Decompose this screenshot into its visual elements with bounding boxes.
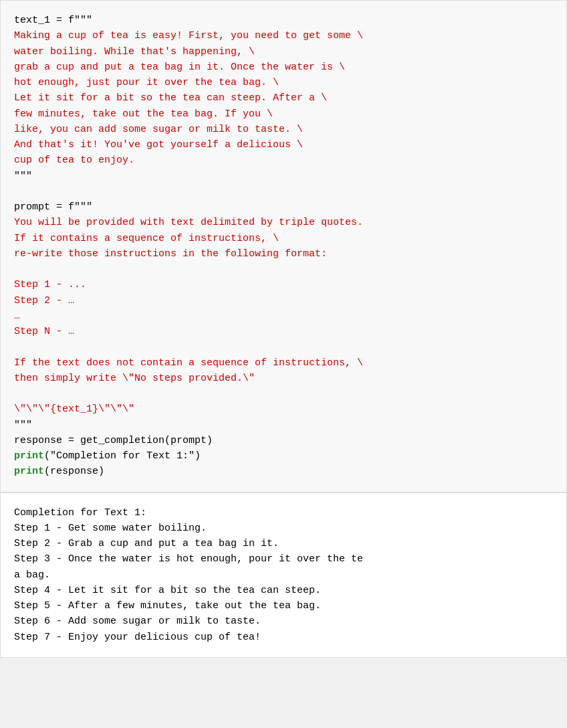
code-line: You will be provided with text delimited… <box>14 215 553 230</box>
code-line: hot enough, just pour it over the tea ba… <box>14 75 553 90</box>
code-line: \"\"\"{text_1}\"\"\" <box>14 401 553 417</box>
empty-line <box>14 184 553 199</box>
code-token: You will be provided with text delimited… <box>14 217 363 228</box>
code-line: If it contains a sequence of instruction… <box>14 231 553 246</box>
code-line: print(response) <box>14 464 553 479</box>
code-token: And that's it! You've got yourself a del… <box>14 139 303 151</box>
code-line: text_1 = f""" <box>14 13 553 28</box>
code-line: Step 1 - ... <box>14 277 553 292</box>
code-line: Step 2 - … <box>14 293 553 308</box>
code-line: prompt = f""" <box>14 199 553 215</box>
code-token: Step N - … <box>14 326 74 337</box>
code-token: (response) <box>44 466 104 477</box>
code-token: print <box>14 450 44 462</box>
output-block: Completion for Text 1:Step 1 - Get some … <box>0 492 567 658</box>
code-line: … <box>14 308 553 324</box>
code-token: \"\"\"{text_1}\"\"\" <box>14 403 134 415</box>
code-line: And that's it! You've got yourself a del… <box>14 137 553 153</box>
code-line: """ <box>14 418 553 433</box>
code-token: … <box>14 310 20 322</box>
output-line: a bag. <box>14 567 553 583</box>
code-token: If the text does not contain a sequence … <box>14 357 363 369</box>
code-line: Let it sit for a bit so the tea can stee… <box>14 90 553 106</box>
code-token: """ <box>14 420 32 431</box>
code-token: cup of tea to enjoy. <box>14 155 134 166</box>
code-line: Step N - … <box>14 324 553 339</box>
code-line: like, you can add some sugar or milk to … <box>14 122 553 137</box>
code-line: water boiling. While that's happening, \ <box>14 44 553 60</box>
code-token: Step 1 - ... <box>14 279 86 290</box>
code-token: text_1 <box>14 15 50 26</box>
code-line: response = get_completion(prompt) <box>14 433 553 448</box>
code-line: cup of tea to enjoy. <box>14 153 553 168</box>
code-line: Making a cup of tea is easy! First, you … <box>14 28 553 43</box>
code-token: If it contains a sequence of instruction… <box>14 233 279 244</box>
code-token: prompt <box>14 201 50 213</box>
code-line: grab a cup and put a tea bag in it. Once… <box>14 60 553 75</box>
code-token: """ <box>14 171 32 182</box>
output-line: Completion for Text 1: <box>14 505 553 521</box>
code-token: few minutes, take out the tea bag. If yo… <box>14 108 273 120</box>
empty-line <box>14 386 553 401</box>
output-line: Step 6 - Add some sugar or milk to taste… <box>14 614 553 629</box>
code-token: Step 2 - … <box>14 295 74 306</box>
code-line: """ <box>14 169 553 184</box>
code-token: response <box>14 435 62 446</box>
code-line: few minutes, take out the tea bag. If yo… <box>14 106 553 122</box>
code-token: = f""" <box>50 15 92 26</box>
output-line: Step 7 - Enjoy your delicious cup of tea… <box>14 630 553 645</box>
code-token: print <box>14 466 44 477</box>
output-line: Step 3 - Once the water is hot enough, p… <box>14 551 553 567</box>
code-block: text_1 = f"""Making a cup of tea is easy… <box>0 0 567 492</box>
code-token: Making a cup of tea is easy! First, you … <box>14 30 363 41</box>
code-token: ("Completion for Text 1:") <box>44 450 201 462</box>
code-token: grab a cup and put a tea bag in it. Once… <box>14 62 345 73</box>
code-line: If the text does not contain a sequence … <box>14 355 553 371</box>
output-line: Step 4 - Let it sit for a bit so the tea… <box>14 583 553 598</box>
code-token: hot enough, just pour it over the tea ba… <box>14 77 279 88</box>
output-line: Step 5 - After a few minutes, take out t… <box>14 598 553 614</box>
output-line: Step 2 - Grab a cup and put a tea bag in… <box>14 536 553 551</box>
code-token: water boiling. While that's happening, \ <box>14 46 255 58</box>
code-line: print("Completion for Text 1:") <box>14 448 553 464</box>
code-token: = get_completion(prompt) <box>62 435 213 446</box>
output-line: Step 1 - Get some water boiling. <box>14 521 553 536</box>
code-token: like, you can add some sugar or milk to … <box>14 124 303 135</box>
code-token: then simply write \"No steps provided.\" <box>14 373 255 384</box>
code-line: then simply write \"No steps provided.\" <box>14 371 553 386</box>
empty-line <box>14 339 553 355</box>
code-token: re-write those instructions in the follo… <box>14 248 327 260</box>
empty-line <box>14 262 553 277</box>
code-token: Let it sit for a bit so the tea can stee… <box>14 92 327 104</box>
code-token: = f""" <box>50 201 92 213</box>
code-line: re-write those instructions in the follo… <box>14 246 553 262</box>
